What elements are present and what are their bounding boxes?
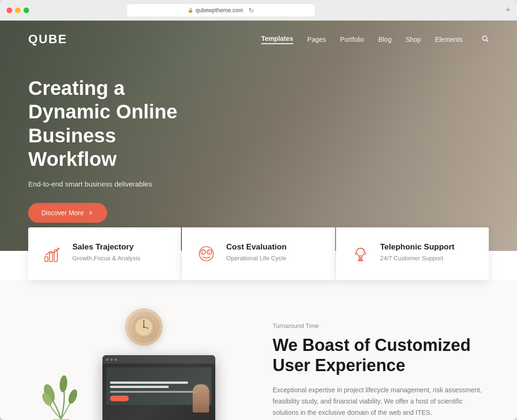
- nav-link-pages[interactable]: Pages: [307, 36, 326, 43]
- hero-title: Creating a Dynamic Online Business Workf…: [28, 77, 207, 171]
- nav-link-elements[interactable]: Elements: [435, 36, 462, 43]
- screen-dot: [115, 358, 117, 361]
- feature-cards: Sales Trajectory Growth,Focus & Analysis…: [28, 227, 489, 280]
- section-label: Turnaround Time: [273, 322, 489, 329]
- screen-text-line-1: [110, 381, 188, 384]
- feature-card-sales-text: Sales Trajectory Growth,Focus & Analysis: [72, 242, 141, 262]
- content-left: [28, 318, 244, 420]
- hero-subtitle: End-to-end smart business deliverables: [28, 180, 207, 188]
- feature-card-support: Telephonic Support 24/7 Customer Support: [336, 227, 489, 280]
- feature-card-sales-title: Sales Trajectory: [72, 242, 141, 252]
- browser-window: 🔒 qubewptheme.com ↻ + QUBE Templates Pag…: [0, 0, 517, 420]
- site-logo[interactable]: QUBE: [28, 32, 67, 47]
- svg-text:$: $: [208, 250, 210, 254]
- feature-card-support-text: Telephonic Support 24/7 Customer Support: [380, 242, 454, 262]
- close-button[interactable]: [7, 8, 12, 13]
- feature-card-support-title: Telephonic Support: [380, 242, 454, 252]
- svg-point-23: [67, 388, 79, 405]
- feature-card-support-desc: 24/7 Customer Support: [380, 255, 454, 262]
- clock-face: [128, 311, 160, 343]
- screen-person-figure: [106, 384, 209, 412]
- address-bar[interactable]: 🔒 qubewptheme.com ↻: [127, 4, 315, 16]
- section-title: We Boast of Customized User Experience: [273, 335, 489, 375]
- screen-dot: [110, 358, 113, 361]
- nav-link-portfolio[interactable]: Portfolio: [340, 36, 364, 43]
- svg-text:$: $: [202, 250, 204, 254]
- feature-card-cost-title: Cost Evaluation: [226, 242, 286, 252]
- screen-body: [102, 364, 215, 420]
- plant-decoration: [42, 353, 80, 420]
- nav-link-templates[interactable]: Templates: [261, 35, 293, 44]
- reload-button[interactable]: ↻: [249, 7, 254, 14]
- hero-cta-button[interactable]: Discover More: [28, 203, 107, 223]
- traffic-lights: [7, 8, 29, 13]
- lock-icon: 🔒: [188, 8, 193, 13]
- screen-dot: [106, 358, 109, 361]
- svg-rect-3: [49, 253, 53, 261]
- browser-chrome: 🔒 qubewptheme.com ↻ +: [0, 0, 517, 21]
- nav-links: Templates Pages Portfolio Blog Shop Elem…: [261, 35, 489, 44]
- svg-rect-12: [358, 260, 363, 261]
- svg-line-1: [486, 40, 488, 42]
- maximize-button[interactable]: [24, 8, 29, 13]
- hero-content: Creating a Dynamic Online Business Workf…: [0, 58, 235, 241]
- nav-link-blog[interactable]: Blog: [378, 36, 392, 43]
- feature-card-cost-text: Cost Evaluation Operational Life Cycle: [226, 242, 286, 262]
- svg-point-21: [59, 375, 68, 392]
- sales-trajectory-icon: [41, 242, 64, 265]
- content-section: Turnaround Time We Boast of Customized U…: [0, 280, 517, 420]
- minimize-button[interactable]: [15, 8, 21, 13]
- nav-link-shop[interactable]: Shop: [406, 36, 421, 43]
- search-icon[interactable]: [481, 35, 489, 44]
- screen-navbar: [102, 355, 215, 364]
- feature-card-cost: $ $ Cost Evaluation Operational Life Cyc…: [182, 227, 335, 280]
- cost-evaluation-icon: $ $: [195, 242, 218, 265]
- clock-decoration: [125, 308, 163, 346]
- svg-point-0: [483, 36, 487, 40]
- feature-card-cost-desc: Operational Life Cycle: [226, 255, 286, 262]
- feature-card-sales: Sales Trajectory Growth,Focus & Analysis: [28, 227, 181, 280]
- svg-rect-2: [45, 257, 48, 262]
- website-content: QUBE Templates Pages Portfolio Blog Shop…: [0, 21, 517, 420]
- url-text: qubewptheme.com: [196, 7, 243, 14]
- telephonic-support-icon: [349, 242, 372, 265]
- new-tab-button[interactable]: +: [505, 5, 510, 15]
- laptop-screen: [102, 355, 215, 420]
- hero-section: QUBE Templates Pages Portfolio Blog Shop…: [0, 21, 517, 251]
- navbar: QUBE Templates Pages Portfolio Blog Shop…: [0, 21, 517, 58]
- section-description: Exceptional expertise in project lifecyc…: [273, 385, 489, 418]
- svg-point-17: [143, 326, 145, 328]
- feature-card-sales-desc: Growth,Focus & Analysis: [72, 255, 141, 262]
- content-right: Turnaround Time We Boast of Customized U…: [273, 318, 489, 420]
